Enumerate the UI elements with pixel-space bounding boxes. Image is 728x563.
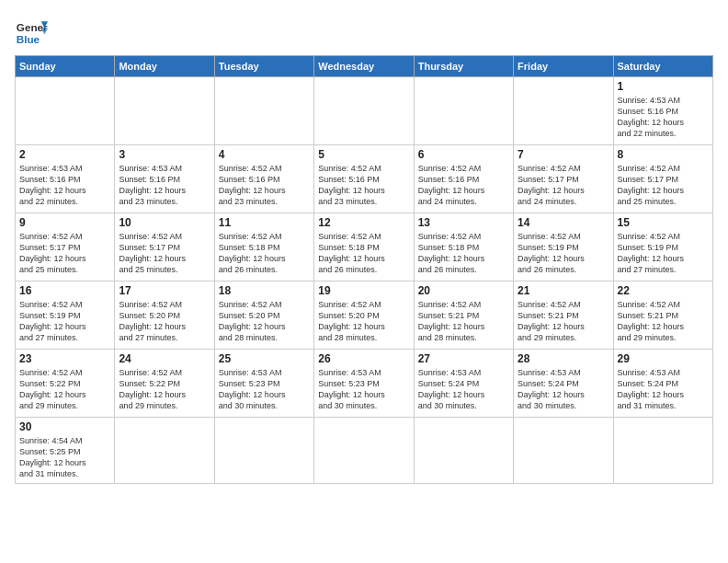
calendar-cell: 12Sunrise: 4:52 AM Sunset: 5:18 PM Dayli… — [314, 213, 414, 282]
calendar-cell: 1Sunrise: 4:53 AM Sunset: 5:16 PM Daylig… — [613, 77, 712, 145]
calendar-cell: 21Sunrise: 4:52 AM Sunset: 5:21 PM Dayli… — [514, 282, 613, 350]
day-number: 10 — [119, 216, 210, 229]
day-number: 26 — [318, 352, 409, 365]
calendar-cell — [16, 77, 115, 145]
cell-info: Sunrise: 4:52 AM Sunset: 5:22 PM Dayligh… — [19, 367, 110, 412]
calendar-cell: 13Sunrise: 4:52 AM Sunset: 5:18 PM Dayli… — [414, 213, 513, 282]
cell-info: Sunrise: 4:52 AM Sunset: 5:16 PM Dayligh… — [318, 163, 409, 208]
calendar: SundayMondayTuesdayWednesdayThursdayFrid… — [15, 55, 713, 484]
weekday-header-saturday: Saturday — [613, 56, 712, 77]
weekday-header-sunday: Sunday — [16, 56, 115, 77]
calendar-cell: 9Sunrise: 4:52 AM Sunset: 5:17 PM Daylig… — [16, 213, 115, 282]
calendar-cell: 8Sunrise: 4:52 AM Sunset: 5:17 PM Daylig… — [613, 145, 712, 213]
week-row-4: 23Sunrise: 4:52 AM Sunset: 5:22 PM Dayli… — [16, 350, 713, 418]
calendar-cell: 4Sunrise: 4:52 AM Sunset: 5:16 PM Daylig… — [214, 145, 313, 213]
week-row-3: 16Sunrise: 4:52 AM Sunset: 5:19 PM Dayli… — [16, 282, 713, 350]
calendar-cell: 17Sunrise: 4:52 AM Sunset: 5:20 PM Dayli… — [115, 282, 214, 350]
calendar-cell: 27Sunrise: 4:53 AM Sunset: 5:24 PM Dayli… — [414, 350, 513, 418]
cell-info: Sunrise: 4:53 AM Sunset: 5:23 PM Dayligh… — [318, 367, 409, 412]
calendar-cell: 11Sunrise: 4:52 AM Sunset: 5:18 PM Dayli… — [214, 213, 313, 282]
cell-info: Sunrise: 4:52 AM Sunset: 5:18 PM Dayligh… — [318, 231, 409, 276]
day-number: 3 — [119, 148, 210, 161]
day-number: 22 — [618, 284, 709, 297]
logo-icon: General Blue — [15, 15, 48, 48]
cell-info: Sunrise: 4:52 AM Sunset: 5:19 PM Dayligh… — [618, 231, 709, 276]
header: General Blue — [15, 15, 713, 48]
day-number: 16 — [19, 284, 110, 297]
cell-info: Sunrise: 4:54 AM Sunset: 5:25 PM Dayligh… — [19, 435, 110, 480]
calendar-cell: 18Sunrise: 4:52 AM Sunset: 5:20 PM Dayli… — [214, 282, 313, 350]
calendar-cell: 19Sunrise: 4:52 AM Sunset: 5:20 PM Dayli… — [314, 282, 414, 350]
cell-info: Sunrise: 4:52 AM Sunset: 5:18 PM Dayligh… — [219, 231, 310, 276]
calendar-cell: 22Sunrise: 4:52 AM Sunset: 5:21 PM Dayli… — [613, 282, 712, 350]
day-number: 27 — [418, 352, 509, 365]
cell-info: Sunrise: 4:52 AM Sunset: 5:22 PM Dayligh… — [119, 367, 210, 412]
calendar-cell: 24Sunrise: 4:52 AM Sunset: 5:22 PM Dayli… — [115, 350, 214, 418]
weekday-header-tuesday: Tuesday — [214, 56, 313, 77]
day-number: 12 — [318, 216, 409, 229]
day-number: 17 — [119, 284, 210, 297]
cell-info: Sunrise: 4:53 AM Sunset: 5:16 PM Dayligh… — [19, 163, 110, 208]
cell-info: Sunrise: 4:53 AM Sunset: 5:23 PM Dayligh… — [219, 367, 310, 412]
cell-info: Sunrise: 4:52 AM Sunset: 5:16 PM Dayligh… — [418, 163, 509, 208]
calendar-cell — [115, 418, 214, 484]
calendar-cell — [214, 418, 313, 484]
cell-info: Sunrise: 4:52 AM Sunset: 5:18 PM Dayligh… — [418, 231, 509, 276]
day-number: 25 — [219, 352, 310, 365]
cell-info: Sunrise: 4:53 AM Sunset: 5:16 PM Dayligh… — [119, 163, 210, 208]
day-number: 21 — [518, 284, 609, 297]
calendar-cell: 30Sunrise: 4:54 AM Sunset: 5:25 PM Dayli… — [16, 418, 115, 484]
cell-info: Sunrise: 4:53 AM Sunset: 5:16 PM Dayligh… — [618, 95, 709, 140]
cell-info: Sunrise: 4:52 AM Sunset: 5:21 PM Dayligh… — [418, 299, 509, 344]
week-row-5: 30Sunrise: 4:54 AM Sunset: 5:25 PM Dayli… — [16, 418, 713, 484]
day-number: 6 — [418, 148, 509, 161]
page: General Blue SundayMondayTuesdayWednesda… — [0, 0, 728, 491]
cell-info: Sunrise: 4:52 AM Sunset: 5:17 PM Dayligh… — [618, 163, 709, 208]
calendar-cell: 23Sunrise: 4:52 AM Sunset: 5:22 PM Dayli… — [16, 350, 115, 418]
day-number: 20 — [418, 284, 509, 297]
calendar-cell: 10Sunrise: 4:52 AM Sunset: 5:17 PM Dayli… — [115, 213, 214, 282]
calendar-cell: 25Sunrise: 4:53 AM Sunset: 5:23 PM Dayli… — [214, 350, 313, 418]
cell-info: Sunrise: 4:53 AM Sunset: 5:24 PM Dayligh… — [518, 367, 609, 412]
calendar-cell: 16Sunrise: 4:52 AM Sunset: 5:19 PM Dayli… — [16, 282, 115, 350]
day-number: 7 — [518, 148, 609, 161]
day-number: 14 — [518, 216, 609, 229]
cell-info: Sunrise: 4:52 AM Sunset: 5:21 PM Dayligh… — [518, 299, 609, 344]
week-row-1: 2Sunrise: 4:53 AM Sunset: 5:16 PM Daylig… — [16, 145, 713, 213]
day-number: 23 — [19, 352, 110, 365]
cell-info: Sunrise: 4:53 AM Sunset: 5:24 PM Dayligh… — [618, 367, 709, 412]
day-number: 1 — [618, 80, 709, 93]
calendar-cell — [214, 77, 313, 145]
calendar-cell — [115, 77, 214, 145]
day-number: 29 — [618, 352, 709, 365]
day-number: 19 — [318, 284, 409, 297]
cell-info: Sunrise: 4:52 AM Sunset: 5:19 PM Dayligh… — [518, 231, 609, 276]
cell-info: Sunrise: 4:52 AM Sunset: 5:20 PM Dayligh… — [219, 299, 310, 344]
day-number: 11 — [219, 216, 310, 229]
calendar-cell: 20Sunrise: 4:52 AM Sunset: 5:21 PM Dayli… — [414, 282, 513, 350]
calendar-cell: 7Sunrise: 4:52 AM Sunset: 5:17 PM Daylig… — [514, 145, 613, 213]
day-number: 24 — [119, 352, 210, 365]
svg-text:Blue: Blue — [17, 33, 40, 45]
calendar-cell: 6Sunrise: 4:52 AM Sunset: 5:16 PM Daylig… — [414, 145, 513, 213]
weekday-header-thursday: Thursday — [414, 56, 513, 77]
calendar-cell — [514, 418, 613, 484]
calendar-cell: 29Sunrise: 4:53 AM Sunset: 5:24 PM Dayli… — [613, 350, 712, 418]
cell-info: Sunrise: 4:52 AM Sunset: 5:17 PM Dayligh… — [19, 231, 110, 276]
week-row-0: 1Sunrise: 4:53 AM Sunset: 5:16 PM Daylig… — [16, 77, 713, 145]
calendar-cell — [314, 418, 414, 484]
day-number: 5 — [318, 148, 409, 161]
calendar-cell: 26Sunrise: 4:53 AM Sunset: 5:23 PM Dayli… — [314, 350, 414, 418]
day-number: 8 — [618, 148, 709, 161]
calendar-cell — [514, 77, 613, 145]
day-number: 30 — [19, 420, 110, 433]
cell-info: Sunrise: 4:52 AM Sunset: 5:20 PM Dayligh… — [119, 299, 210, 344]
cell-info: Sunrise: 4:52 AM Sunset: 5:17 PM Dayligh… — [119, 231, 210, 276]
calendar-cell: 15Sunrise: 4:52 AM Sunset: 5:19 PM Dayli… — [613, 213, 712, 282]
cell-info: Sunrise: 4:52 AM Sunset: 5:17 PM Dayligh… — [518, 163, 609, 208]
cell-info: Sunrise: 4:52 AM Sunset: 5:20 PM Dayligh… — [318, 299, 409, 344]
day-number: 15 — [618, 216, 709, 229]
day-number: 2 — [19, 148, 110, 161]
calendar-cell: 5Sunrise: 4:52 AM Sunset: 5:16 PM Daylig… — [314, 145, 414, 213]
cell-info: Sunrise: 4:52 AM Sunset: 5:16 PM Dayligh… — [219, 163, 310, 208]
